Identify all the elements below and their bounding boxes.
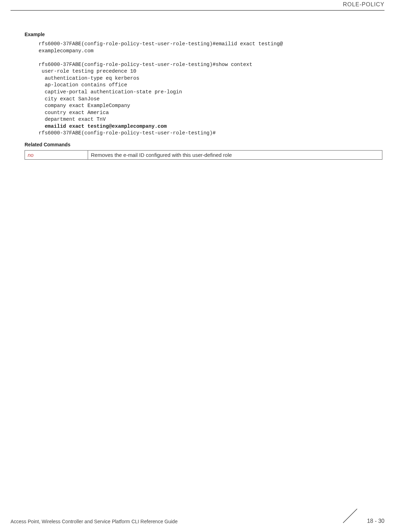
code-line: rfs6000-37FABE(config-role-policy-test-u…	[39, 130, 216, 136]
code-line: city exact SanJose	[39, 96, 100, 102]
page-number: 18 - 30	[367, 518, 384, 524]
table-row: no Removes the e-mail ID configured with…	[25, 150, 382, 159]
code-line-bold: emailid exact testing@examplecompany.com	[39, 124, 167, 129]
code-line: ap-location contains office	[39, 82, 127, 88]
footer-text: Access Point, Wireless Controller and Se…	[11, 519, 178, 524]
page-footer: Access Point, Wireless Controller and Se…	[11, 511, 384, 525]
command-name-cell: no	[25, 150, 88, 159]
code-line: company exact ExampleCompany	[39, 103, 130, 108]
code-line: rfs6000-37FABE(config-role-policy-test-u…	[39, 62, 252, 67]
svg-line-0	[343, 509, 357, 523]
code-line: captive-portal authentication-state pre-…	[39, 89, 182, 95]
code-line: country exact America	[39, 110, 109, 115]
related-commands-heading: Related Commands	[25, 142, 384, 147]
code-block: rfs6000-37FABE(config-role-policy-test-u…	[39, 41, 384, 137]
header-title: ROLE-POLICY	[343, 1, 384, 8]
code-line: department exact TnV	[39, 117, 106, 122]
page-header: ROLE-POLICY	[11, 0, 384, 11]
code-line: examplecompany.com	[39, 48, 94, 54]
command-desc-cell: Removes the e-mail ID configured with th…	[88, 150, 382, 159]
example-heading: Example	[25, 32, 384, 37]
footer-slash-icon	[340, 506, 360, 526]
related-commands-table: no Removes the e-mail ID configured with…	[25, 150, 382, 160]
code-line: rfs6000-37FABE(config-role-policy-test-u…	[39, 41, 283, 47]
code-line: authentication-type eq kerberos	[39, 75, 139, 81]
code-line: user-role testing precedence 10	[39, 68, 136, 74]
main-content: Example rfs6000-37FABE(config-role-polic…	[25, 32, 384, 160]
